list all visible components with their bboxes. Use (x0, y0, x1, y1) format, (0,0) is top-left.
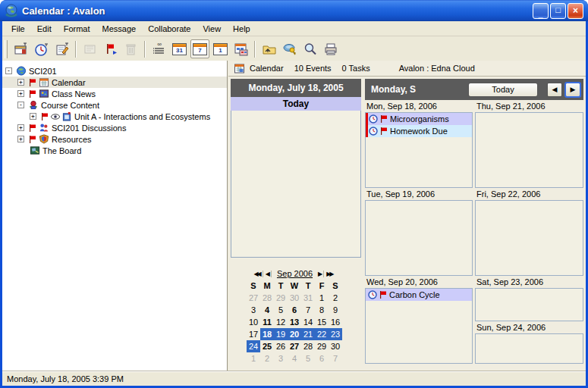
mini-day[interactable]: 3 (274, 352, 288, 365)
next-week-button[interactable]: ▶ (565, 83, 580, 97)
month-view-button[interactable]: 31 (170, 39, 189, 58)
minimize-button[interactable]: _ (533, 3, 549, 19)
title-bar[interactable]: Calendar : Avalon _ □ × (0, 0, 588, 21)
mini-day[interactable]: 29 (274, 292, 288, 304)
mini-day[interactable]: 18 (260, 328, 274, 340)
mini-day[interactable]: 5 (274, 304, 288, 316)
tree-item-sci201[interactable]: - SCI201 (2, 65, 227, 77)
mini-day[interactable]: 10 (247, 316, 260, 328)
tree-item-unit-a[interactable]: + Unit A - Interactions and Ecosystems (2, 111, 227, 122)
mini-day[interactable]: 1 (247, 352, 260, 365)
mini-day[interactable]: 17 (247, 328, 260, 340)
menu-format[interactable]: Format (58, 23, 96, 35)
menu-edit[interactable]: Edit (31, 23, 58, 35)
expand-icon[interactable]: + (17, 124, 24, 131)
mini-day[interactable]: 9 (329, 304, 342, 316)
prev-year-button[interactable]: ◀◀ (253, 271, 263, 277)
mini-day[interactable]: 26 (274, 340, 288, 352)
multiweek-view-button[interactable] (231, 39, 250, 58)
list-view-button[interactable]: ∞ (149, 39, 168, 58)
mini-day[interactable]: 30 (288, 292, 301, 304)
mini-day[interactable]: 1 (315, 292, 329, 304)
mini-day[interactable]: 29 (315, 340, 329, 352)
tree-item-class-news[interactable]: + Class News (2, 88, 227, 99)
day-cell-sun[interactable] (475, 333, 583, 364)
print-button[interactable] (321, 39, 340, 58)
mini-day[interactable]: 22 (315, 328, 329, 340)
menu-view[interactable]: View (197, 23, 227, 35)
expand-icon[interactable]: + (17, 136, 24, 142)
mini-day[interactable]: 4 (260, 304, 274, 316)
mini-day[interactable]: 5 (301, 352, 315, 365)
mini-day[interactable]: 25 (260, 340, 274, 352)
next-year-button[interactable]: ▶▶ (326, 271, 335, 277)
menu-help[interactable]: Help (227, 23, 256, 35)
mini-day[interactable]: 20 (288, 328, 301, 340)
prev-week-button[interactable]: ◀ (547, 83, 562, 97)
tree-item-calendar[interactable]: + Calendar (2, 77, 227, 88)
edit-item-button[interactable] (52, 39, 71, 58)
mini-day[interactable]: 4 (288, 352, 301, 365)
mini-day[interactable]: 21 (301, 328, 315, 340)
day-cell-thu[interactable] (475, 112, 583, 188)
tree-item-the-board[interactable]: The Board (2, 145, 227, 156)
mini-day[interactable]: 31 (301, 292, 315, 304)
day-cell-sat[interactable] (475, 288, 583, 321)
mini-day[interactable]: 16 (329, 316, 342, 328)
mini-day[interactable]: 7 (301, 304, 315, 316)
mini-day[interactable]: 12 (274, 316, 288, 328)
menu-message[interactable]: Message (96, 23, 143, 35)
day-cell-tue[interactable] (365, 200, 473, 276)
mini-day[interactable]: 27 (247, 292, 260, 304)
mini-day[interactable]: 7 (329, 352, 342, 365)
expand-icon[interactable]: + (17, 90, 24, 97)
permissions-button[interactable] (280, 39, 299, 58)
folder-up-button[interactable] (259, 39, 278, 58)
mini-day[interactable]: 23 (329, 328, 342, 340)
collapse-icon[interactable]: - (5, 67, 12, 74)
mini-day[interactable]: 28 (301, 340, 315, 352)
maximize-button[interactable]: □ (550, 3, 566, 19)
expand-icon[interactable]: + (30, 113, 36, 120)
event-homework-due[interactable]: Homework Due (366, 125, 472, 137)
collapse-icon[interactable]: - (17, 102, 24, 108)
mini-calendar-month-link[interactable]: Sep 2006 (274, 269, 316, 278)
flag-button[interactable] (101, 39, 120, 58)
menu-collaborate[interactable]: Collaborate (142, 23, 197, 35)
mini-day[interactable]: 6 (288, 304, 301, 316)
tree-item-discussions[interactable]: + SCI201 Discussions (2, 122, 227, 133)
day-cell-mon[interactable]: Microorganisms Homework Due (365, 112, 473, 188)
day-cell-wed[interactable]: Carbon Cycle (365, 288, 473, 364)
mini-day[interactable]: 24 (247, 340, 260, 352)
event-carbon-cycle[interactable]: Carbon Cycle (366, 289, 472, 301)
today-banner[interactable]: Today (231, 97, 361, 111)
close-button[interactable]: × (568, 3, 583, 19)
day-view-button[interactable]: 1 (211, 39, 230, 58)
menu-file[interactable]: File (5, 23, 31, 35)
tree-item-course-content[interactable]: - Course Content (2, 99, 227, 111)
mini-day[interactable]: 14 (301, 316, 315, 328)
next-month-button[interactable]: ▶ (318, 271, 324, 277)
day-panel-body[interactable] (231, 111, 361, 258)
mini-day[interactable]: 2 (329, 292, 342, 304)
send-button[interactable] (80, 39, 99, 58)
delete-button[interactable] (121, 39, 140, 58)
search-button[interactable] (300, 39, 319, 58)
new-event-button[interactable] (11, 39, 30, 58)
new-task-button[interactable] (32, 39, 51, 58)
mini-day[interactable]: 2 (260, 352, 274, 365)
day-cell-fri[interactable] (475, 200, 583, 276)
mini-day[interactable]: 27 (288, 340, 301, 352)
mini-day[interactable]: 30 (329, 340, 342, 352)
mini-day[interactable]: 13 (288, 316, 301, 328)
mini-day[interactable]: 8 (315, 304, 329, 316)
expand-icon[interactable]: + (17, 79, 24, 86)
mini-day[interactable]: 15 (315, 316, 329, 328)
mini-day[interactable]: 28 (260, 292, 274, 304)
week-view-button[interactable]: 7 (190, 39, 209, 58)
mini-day[interactable]: 19 (274, 328, 288, 340)
event-microorganisms[interactable]: Microorganisms (366, 113, 472, 125)
mini-day[interactable]: 6 (315, 352, 329, 365)
prev-month-button[interactable]: ◀ (266, 271, 272, 277)
toolbar-gripper[interactable] (5, 40, 8, 58)
